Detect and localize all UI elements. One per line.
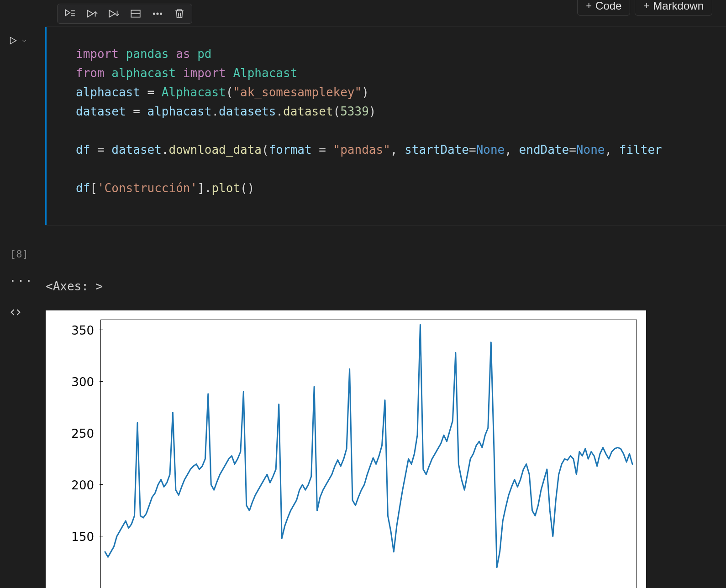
delete-cell-icon[interactable] — [174, 8, 185, 20]
svg-point-12 — [160, 13, 162, 14]
cell-focus-marker — [45, 27, 47, 225]
run-above-icon[interactable] — [86, 8, 98, 20]
output-more-icon[interactable]: ··· — [9, 274, 33, 288]
ytick: 250 — [46, 427, 100, 441]
chevron-down-icon[interactable] — [21, 37, 27, 44]
ytick-label: 350 — [71, 324, 100, 337]
add-markdown-button[interactable]: + Markdown — [635, 0, 712, 16]
ytick-label: 300 — [71, 375, 100, 389]
svg-marker-15 — [11, 37, 16, 44]
output-text: <Axes: > — [46, 279, 103, 293]
more-actions-icon[interactable] — [152, 8, 163, 20]
output-mimetype-icon[interactable] — [9, 306, 33, 320]
add-markdown-label: Markdown — [653, 0, 704, 12]
run-below-icon[interactable] — [108, 8, 120, 20]
add-code-label: Code — [595, 0, 621, 12]
plot-line — [100, 320, 637, 588]
svg-point-11 — [157, 13, 158, 14]
execution-count: [8] — [10, 248, 28, 260]
add-code-button[interactable]: + Code — [577, 0, 630, 16]
run-cell-button[interactable] — [8, 36, 27, 46]
ytick: 300 — [46, 375, 100, 389]
ytick: 150 — [46, 530, 100, 544]
code-cell[interactable]: import pandas as pd from alphacast impor… — [45, 26, 726, 226]
svg-marker-4 — [87, 10, 93, 17]
plus-icon: + — [586, 0, 592, 12]
code-editor[interactable]: import pandas as pd from alphacast impor… — [76, 44, 726, 198]
plot-output: 150200250300350 — [46, 310, 646, 588]
plus-icon: + — [643, 0, 649, 12]
svg-point-10 — [153, 13, 155, 14]
svg-marker-6 — [109, 10, 115, 17]
ytick-label: 250 — [71, 427, 100, 441]
ytick-label: 150 — [71, 530, 100, 544]
svg-marker-0 — [65, 10, 70, 16]
ytick: 200 — [46, 478, 100, 492]
ytick-label: 200 — [71, 478, 100, 492]
ytick: 350 — [46, 324, 100, 337]
cell-toolbar — [57, 4, 192, 24]
run-by-line-icon[interactable] — [64, 8, 76, 20]
split-cell-icon[interactable] — [130, 8, 142, 20]
